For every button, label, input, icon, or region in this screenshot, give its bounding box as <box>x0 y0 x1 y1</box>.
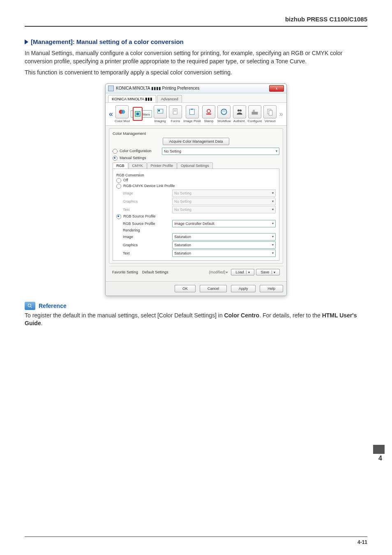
section-paragraph-2: This function is convenient to temporari… <box>25 69 367 77</box>
render-graphics-select[interactable]: Saturation▾ <box>172 241 276 249</box>
help-button[interactable]: Help <box>260 285 283 292</box>
src-profile-label: RGB Source Profile <box>116 222 172 226</box>
sub-tab-body: RGB Conversion Off RGB-CMYK Device Link … <box>113 169 279 261</box>
color-config-select[interactable]: No Setting▾ <box>162 148 279 155</box>
iconbar-label: Imaging <box>153 119 167 123</box>
devlink-graphics-label: Graphics <box>116 199 172 204</box>
rgb-conversion-head: RGB Conversion <box>116 173 276 177</box>
iconbar-label: Forms <box>168 119 182 123</box>
devlink-image-label: Image <box>116 191 172 195</box>
svg-rect-6 <box>158 110 160 111</box>
render-text-select[interactable]: Saturation▾ <box>172 250 276 257</box>
apply-button[interactable]: Apply <box>231 285 256 292</box>
cancel-button[interactable]: Cancel <box>200 285 227 292</box>
group-title: Color Management <box>113 131 279 136</box>
svg-rect-13 <box>206 113 211 115</box>
window-icon <box>108 86 114 91</box>
iconbar-label: Configure <box>247 119 262 123</box>
reference-icon <box>25 302 35 310</box>
manual-settings-label: Manual Settings <box>120 156 146 160</box>
side-tab-mark <box>373 445 385 454</box>
svg-point-14 <box>221 109 227 114</box>
iconbar-label: Workflow <box>217 119 231 123</box>
iconbar-label: Version <box>263 119 277 123</box>
acquire-data-button[interactable]: Acquire Color Management Data <box>163 138 229 145</box>
iconbar-management[interactable]: Managemen <box>131 110 152 118</box>
section-paragraph-1: In Manual Settings, manually configure a… <box>25 49 367 65</box>
close-button[interactable]: x <box>269 85 284 92</box>
reference-body: To register the default in the manual se… <box>25 312 367 328</box>
iconbar-right-arrow[interactable]: » <box>278 110 284 118</box>
iconbar-stamp[interactable]: Stamp <box>202 105 216 123</box>
rgb-devlink-radio[interactable]: RGB-CMYK Device Link Profile <box>116 184 276 189</box>
sub-tab-rgb[interactable]: RGB <box>113 162 128 169</box>
iconbar-label: Color Mod <box>115 119 130 123</box>
page-number: 4-11 <box>357 539 367 545</box>
svg-point-15 <box>238 109 240 111</box>
render-image-label: Image <box>116 235 172 239</box>
svg-rect-7 <box>173 109 177 114</box>
favorite-modified-dropdown[interactable]: (modified)▾ <box>209 270 228 274</box>
svg-rect-10 <box>189 109 194 114</box>
iconbar-label: Image Position <box>184 119 201 123</box>
svg-line-22 <box>30 306 32 308</box>
sub-tab-cmyk[interactable]: CMYK <box>129 162 147 169</box>
printing-preferences-dialog: KONICA MINOLTA ▮▮▮▮ Printing Preferences… <box>105 83 287 296</box>
render-text-label: Text <box>116 251 172 255</box>
iconbar-version[interactable]: Version <box>263 105 277 123</box>
devlink-text-label: Text <box>116 208 172 212</box>
color-config-radio[interactable]: Color Configuration <box>113 149 162 154</box>
devlink-image-select: No Setting▾ <box>172 190 276 197</box>
favorite-label: Favorite Setting <box>112 270 138 274</box>
render-image-select[interactable]: Saturation▾ <box>172 233 276 240</box>
reference-title: Reference <box>39 303 67 309</box>
src-profile-select[interactable]: Image Controller Default▾ <box>172 220 276 227</box>
devlink-graphics-select: No Setting▾ <box>172 198 276 205</box>
iconbar-imaging[interactable]: Imaging <box>153 105 167 123</box>
product-header: bizhub PRESS C1100/C1085 <box>25 16 367 23</box>
iconbar-image-position[interactable]: Image Position <box>184 105 201 123</box>
favorite-setting-row: Favorite Setting Default Settings (modif… <box>109 266 283 278</box>
svg-rect-11 <box>191 109 192 110</box>
rgb-off-radio[interactable]: Off <box>116 178 166 183</box>
iconbar-label: Managemen <box>143 113 150 116</box>
manual-settings-radio[interactable]: Manual Settings <box>113 156 162 161</box>
iconbar-authent[interactable]: Authent. <box>232 105 247 123</box>
iconbar-color-mode[interactable]: Color Mod <box>115 105 130 123</box>
category-iconbar: « Color Mod Managemen Imaging Forms Imag… <box>106 102 286 126</box>
sub-tab-optional[interactable]: Optional Settings <box>177 162 213 169</box>
svg-rect-17 <box>252 112 258 115</box>
iconbar-label: Authent. <box>232 119 247 123</box>
main-tabs: KONICA MINOLTA ▮▮▮ Advanced <box>106 93 286 102</box>
save-button[interactable]: Save▾ <box>256 269 280 275</box>
load-button[interactable]: Load▾ <box>231 269 254 275</box>
main-tab-konica[interactable]: KONICA MINOLTA ▮▮▮ <box>108 95 156 102</box>
iconbar-forms[interactable]: Forms <box>168 105 182 123</box>
section-heading: [Management]: Manual setting of a color … <box>25 38 367 45</box>
section-title: [Management]: Manual setting of a color … <box>31 38 184 45</box>
reference-heading: Reference <box>25 302 367 310</box>
render-graphics-label: Graphics <box>116 243 172 247</box>
devlink-text-select: No Setting▾ <box>172 206 276 213</box>
iconbar-workflow[interactable]: Workflow <box>217 105 231 123</box>
color-config-label: Color Configuration <box>120 149 152 153</box>
iconbar-left-arrow[interactable]: « <box>108 110 114 118</box>
svg-point-12 <box>207 109 210 113</box>
triangle-bullet-icon <box>25 39 28 44</box>
dialog-buttons: OK Cancel Apply Help <box>106 281 286 296</box>
dialog-title: KONICA MINOLTA ▮▮▮▮ Printing Preferences <box>116 86 199 90</box>
footer-rule <box>25 536 367 537</box>
side-chapter-number: 4 <box>378 455 382 462</box>
color-management-group: Color Management Acquire Color Managemen… <box>109 128 283 264</box>
dialog-titlebar: KONICA MINOLTA ▮▮▮▮ Printing Preferences… <box>106 84 286 93</box>
svg-point-1 <box>121 110 125 114</box>
svg-rect-20 <box>269 110 272 115</box>
rgb-source-profile-radio[interactable]: RGB Source Profile <box>116 214 276 219</box>
sub-tab-printer-profile[interactable]: Printer Profile <box>147 162 177 169</box>
main-tab-advanced[interactable]: Advanced <box>157 95 182 102</box>
iconbar-label: Stamp <box>202 119 216 123</box>
svg-rect-18 <box>253 110 255 112</box>
iconbar-configure[interactable]: Configure <box>247 105 262 123</box>
ok-button[interactable]: OK <box>175 285 196 292</box>
header-rule <box>25 26 367 27</box>
